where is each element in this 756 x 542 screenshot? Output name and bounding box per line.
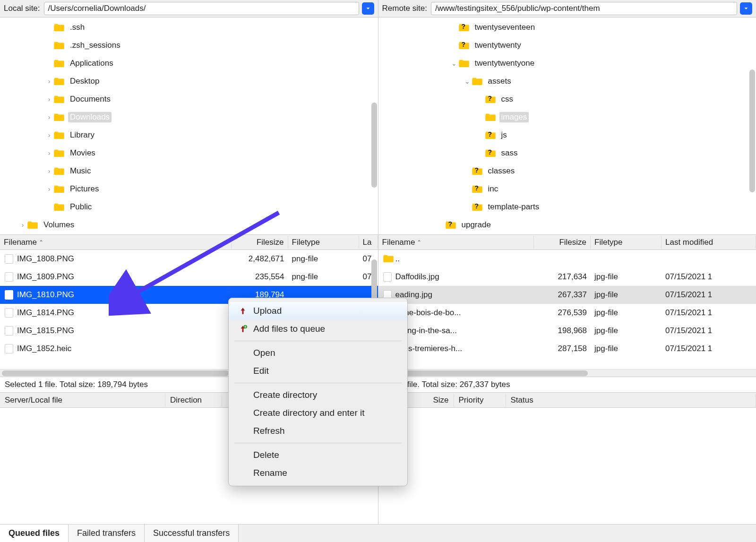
folder-icon (485, 113, 496, 121)
qcol-dir[interactable]: Direction (165, 394, 222, 407)
col-filename[interactable]: Filename ⌃ (0, 236, 232, 249)
folder-icon (54, 203, 64, 211)
expander-icon[interactable]: › (44, 113, 54, 121)
local-path-label: Local site: (4, 4, 41, 13)
tree-item[interactable]: ›Downloads (0, 108, 378, 126)
tree-item[interactable]: sass (378, 144, 756, 162)
scrollbar-thumb[interactable] (371, 103, 377, 188)
qcol-file[interactable]: Server/Local file (0, 394, 165, 407)
col-filetype[interactable]: Filetype (591, 236, 662, 249)
remote-tree[interactable]: twentyseventeentwentytwenty⌄twentytwenty… (378, 17, 756, 235)
tree-item[interactable]: js (378, 126, 756, 144)
folder-icon (472, 77, 482, 86)
col-filesize[interactable]: Filesize (232, 236, 288, 249)
cm-open[interactable]: Open (229, 344, 407, 362)
separator (234, 443, 402, 443)
folder-icon (383, 254, 392, 264)
tree-item[interactable]: ⌄twentytwentyone (378, 54, 756, 72)
cm-edit[interactable]: Edit (229, 362, 407, 380)
file-row[interactable]: oses-tremieres-h...287,158jpg-file07/15/… (378, 340, 756, 358)
tree-item[interactable]: ›Music (0, 162, 378, 180)
file-name: IMG_1852.heic (17, 344, 71, 353)
remote-path-bar: Remote site: /www/testingsitex_556/publi… (378, 0, 756, 17)
expander-icon[interactable]: › (44, 185, 54, 193)
queue-body-right[interactable] (378, 408, 756, 542)
tree-item[interactable]: ⌄assets (378, 72, 756, 90)
expander-icon[interactable]: › (18, 221, 27, 229)
expander-icon[interactable]: ⌄ (449, 60, 459, 67)
remote-horizontal-scrollbar[interactable] (378, 369, 756, 377)
file-row[interactable]: eading.jpg267,337jpg-file07/15/2021 1 (378, 286, 756, 304)
tab-success[interactable]: Successful transfers (145, 525, 239, 542)
cm-create-dir[interactable]: Create directory (229, 386, 407, 404)
tree-item[interactable]: classes (378, 162, 756, 180)
expander-icon[interactable]: › (44, 167, 54, 175)
tree-item[interactable]: upgrade (378, 216, 756, 234)
file-name: IMG_1814.PNG (17, 308, 74, 318)
local-path-input[interactable]: /Users/cornelia/Downloads/ (44, 2, 359, 15)
tree-item[interactable]: template-parts (378, 198, 756, 216)
file-type: jpg-file (591, 290, 662, 300)
tree-item[interactable]: ›Documents (0, 90, 378, 108)
cm-add-queue[interactable]: Add files to queue (229, 320, 407, 338)
cm-refresh[interactable]: Refresh (229, 422, 407, 440)
tree-label: Library (68, 130, 96, 140)
tree-label: twentyseventeen (473, 22, 537, 33)
tree-item[interactable]: ›Desktop (0, 72, 378, 90)
scrollbar-thumb[interactable] (749, 69, 755, 192)
cm-upload[interactable]: Upload (229, 302, 407, 320)
col-lastmod[interactable]: La (359, 236, 378, 249)
col-filesize[interactable]: Filesize (534, 236, 591, 249)
cm-create-dir-enter[interactable]: Create directory and enter it (229, 404, 407, 422)
tree-item[interactable]: .ssh (0, 18, 378, 36)
tree-item[interactable]: ›Movies (0, 144, 378, 162)
tree-item[interactable]: css (378, 90, 756, 108)
tree-item[interactable]: twentyseventeen (378, 18, 756, 36)
file-name: Daffodils.jpg (395, 272, 439, 282)
tree-item[interactable]: twentytwenty (378, 36, 756, 54)
file-icon (5, 254, 13, 264)
tree-item[interactable]: Applications (0, 54, 378, 72)
expander-icon[interactable]: ⌄ (463, 77, 472, 85)
expander-icon[interactable]: › (44, 77, 54, 85)
file-size: 198,968 (534, 326, 591, 336)
folder-unknown-icon (446, 221, 456, 229)
remote-path-dropdown[interactable] (740, 2, 752, 15)
tree-item[interactable]: ›Library (0, 126, 378, 144)
file-icon (5, 344, 13, 353)
expander-icon[interactable]: › (44, 131, 54, 139)
cm-delete[interactable]: Delete (229, 446, 407, 464)
file-row[interactable]: .. (378, 250, 756, 268)
remote-path-input[interactable]: /www/testingsitex_556/public/wp-content/… (431, 2, 737, 15)
file-row[interactable]: n-the-bois-de-bo...276,539jpg-file07/15/… (378, 304, 756, 322)
scrollbar-thumb[interactable] (371, 259, 377, 302)
local-path-dropdown[interactable] (362, 2, 374, 15)
tab-failed[interactable]: Failed transfers (69, 525, 145, 542)
col-filetype[interactable]: Filetype (288, 236, 359, 249)
file-row[interactable]: IMG_1809.PNG235,554png-file07 (0, 268, 378, 286)
cm-rename[interactable]: Rename (229, 464, 407, 482)
tree-item[interactable]: inc (378, 180, 756, 198)
tree-item[interactable]: images (378, 108, 756, 126)
tree-item[interactable]: .zsh_sessions (0, 36, 378, 54)
file-row[interactable]: Daffodils.jpg217,634jpg-file07/15/2021 1 (378, 268, 756, 286)
tree-item[interactable]: ›Volumes (0, 216, 378, 234)
expander-icon[interactable]: › (44, 149, 54, 157)
file-name: IMG_1815.PNG (17, 326, 74, 336)
tree-item[interactable]: ›Pictures (0, 180, 378, 198)
tree-item[interactable]: uploads (378, 234, 756, 234)
file-row[interactable]: IMG_1808.PNG2,482,671png-file07 (0, 250, 378, 268)
remote-file-list[interactable]: ..Daffodils.jpg217,634jpg-file07/15/2021… (378, 250, 756, 369)
tab-queued[interactable]: Queued files (0, 525, 69, 542)
expander-icon[interactable]: › (44, 95, 54, 103)
local-tree[interactable]: .ssh.zsh_sessionsApplications›Desktop›Do… (0, 17, 378, 235)
col-filename[interactable]: Filename ⌃ (378, 236, 534, 249)
tree-item[interactable]: Public (0, 198, 378, 216)
qcol-status[interactable]: Status (506, 394, 756, 407)
file-row[interactable]: laying-in-the-sa...198,968jpg-file07/15/… (378, 322, 756, 340)
col-lastmod[interactable]: Last modified (662, 236, 756, 249)
tree-label: assets (486, 76, 513, 86)
file-icon (5, 326, 13, 336)
folder-icon (54, 185, 64, 193)
qcol-prio[interactable]: Priority (454, 394, 506, 407)
